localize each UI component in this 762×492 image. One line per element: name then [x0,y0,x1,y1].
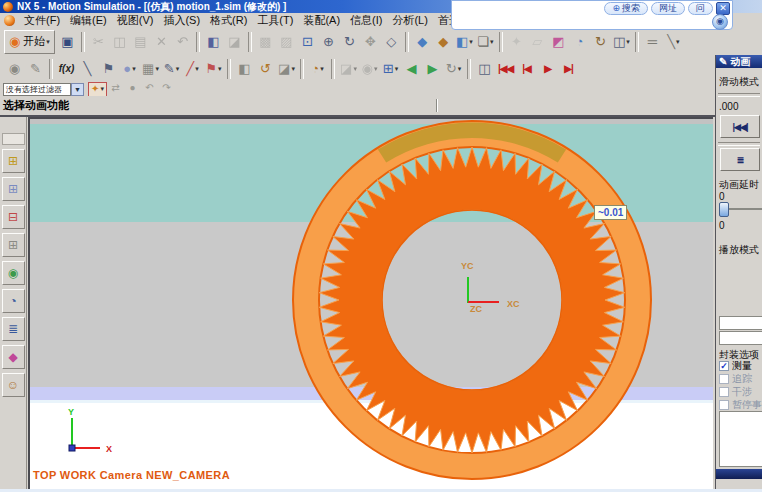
information-icon[interactable]: ≣ [2,317,25,341]
dropdown-arrow-icon[interactable]: ▾ [100,85,104,93]
web-browser-icon[interactable]: ◉ [2,261,25,285]
window-layout-icon[interactable]: ❏▾ [475,31,496,53]
select-sphere-icon[interactable]: ● [124,82,141,95]
panel-list-area[interactable] [719,411,762,467]
checkbox-pause-on-event-box[interactable]: ✓ [719,400,729,410]
search-input[interactable] [456,15,710,29]
frame-back-icon[interactable]: |◀ [516,58,537,80]
tab-address[interactable]: 网址 [651,2,685,15]
solution-icon[interactable]: ↺ [255,58,276,80]
snap-point-icon[interactable]: ✦ [506,31,527,53]
perspective-icon[interactable]: ◇ [381,31,402,53]
pan-icon[interactable]: ✥ [360,31,381,53]
menu-item-7[interactable]: 信息(I) [345,13,387,28]
animation-export-button[interactable]: ≣ [720,148,760,171]
link-icon[interactable]: ╲ [77,58,98,80]
system-menu-icon[interactable] [4,15,15,26]
dropdown-arrow-icon[interactable]: ▾ [195,65,199,73]
display-mode-icon[interactable]: ▩ [255,31,276,53]
menu-item-0[interactable]: 文件(F) [19,13,65,28]
checkbox-measure-box[interactable]: ✓ [719,361,729,371]
wireframe-view-icon[interactable]: ◆ [433,31,454,53]
checkbox-trace[interactable]: ✓追踪 [719,373,752,385]
menu-item-2[interactable]: 视图(V) [112,13,159,28]
copy-icon[interactable]: ◫ [109,31,130,53]
dropdown-arrow-icon[interactable]: ▾ [218,65,222,73]
paste-icon[interactable]: ▤ [130,31,151,53]
close-icon[interactable]: ✕ [716,2,730,15]
snapshot-icon[interactable]: ◫▾ [611,31,632,53]
part-navigator-icon[interactable]: ⊟ [2,205,25,229]
motion-navigator-icon[interactable]: ⊞ [2,177,25,201]
connector-icon[interactable]: ●▾ [119,58,140,80]
tab-search[interactable]: ⊕搜索 [604,2,648,15]
operation-navigator-icon[interactable]: ⊞ [2,233,25,257]
spring-icon[interactable]: ▦▾ [140,58,161,80]
animation-panel-header[interactable]: ✎ 动画 [716,55,762,68]
checkbox-pause-on-event[interactable]: ✓暂停事件 [719,399,762,411]
loop-animation-icon[interactable]: ↻▾ [443,58,464,80]
gear-bore-edge[interactable] [382,210,562,390]
zoom-icon[interactable]: ⊕ [318,31,339,53]
dropdown-arrow-icon[interactable]: ▾ [291,65,295,73]
delay-slider-thumb[interactable] [719,202,729,217]
menu-item-5[interactable]: 工具(T) [252,13,298,28]
start-button[interactable]: ◉开始▾ [4,30,55,54]
play-icon[interactable]: ▶ [537,58,558,80]
selection-redo-icon[interactable]: ↷ [158,82,175,95]
environment-icon[interactable]: ◉▾ [359,58,380,80]
checkbox-interference-box[interactable]: ✓ [719,387,729,397]
refresh-display-icon[interactable]: ↻ [590,31,611,53]
palette-icon[interactable]: ◩ [548,31,569,53]
mechanism-icon[interactable]: ◧ [234,58,255,80]
export-image-icon[interactable]: ✎ [25,58,46,80]
selection-filter-dropdown[interactable]: 没有选择过滤器 [3,83,71,96]
menu-item-4[interactable]: 格式(R) [205,13,252,28]
animation-rewind-button[interactable]: |◀◀| [720,115,760,138]
resource-bar-handle[interactable] [2,133,25,145]
fit-view-icon[interactable]: ⊡ [297,31,318,53]
copy-display-icon[interactable]: ◧ [203,31,224,53]
joint-icon[interactable]: ⚑ [98,58,119,80]
gear-pair-icon[interactable]: ◪▾ [276,58,297,80]
viewport-svg[interactable]: YCXCZCYX [30,119,713,492]
dropdown-arrow-icon[interactable]: ▾ [490,38,494,46]
dropdown-arrow-icon[interactable]: ▾ [155,65,159,73]
panel-field-1[interactable] [719,316,762,330]
checkbox-interference[interactable]: ✓干涉 [719,386,752,398]
dropdown-arrow-icon[interactable]: ▾ [395,65,399,73]
gear-body[interactable] [319,147,625,453]
save-icon[interactable]: ▣ [57,31,78,53]
shaded-view-icon[interactable]: ◆ [412,31,433,53]
snap-point-filter-icon[interactable]: ✦▾ [88,82,107,97]
dropdown-arrow-icon[interactable]: ▾ [320,65,324,73]
dropdown-arrow-icon[interactable]: ▾ [469,38,473,46]
reselect-icon[interactable]: ⇄ [107,82,124,95]
dropdown-arrow-icon[interactable]: ▾ [676,38,680,46]
isometric-view-icon[interactable]: ◧▾ [454,31,475,53]
dropdown-arrow-icon[interactable]: ▾ [46,38,50,46]
menu-item-6[interactable]: 装配(A) [298,13,345,28]
marker-icon[interactable]: ⚑▾ [203,58,224,80]
animation-tool-icon[interactable]: ◔▾ [307,58,328,80]
visualization-palette-icon[interactable]: ◆ [2,345,25,369]
dropdown-arrow-icon[interactable]: ▾ [132,65,136,73]
dropdown-arrow-icon[interactable]: ▾ [626,38,630,46]
datum-plane-icon[interactable]: ▱ [527,31,548,53]
panel-field-2[interactable] [719,331,762,345]
menu-item-3[interactable]: 插入(S) [158,13,205,28]
checkbox-measure[interactable]: ✓测量 [719,360,752,372]
tab-ask[interactable]: 问 [688,2,713,15]
dropdown-arrow-icon[interactable]: ▾ [176,65,180,73]
layout-grid-icon[interactable]: ⊞▾ [380,58,401,80]
roles-icon[interactable]: ☺ [2,373,25,397]
step-forward-icon[interactable]: ▶ [422,58,443,80]
to-end-icon[interactable]: ▶| [558,58,579,80]
menu-item-1[interactable]: 编辑(E) [65,13,112,28]
history-icon[interactable]: ◔ [2,289,25,313]
selection-undo-icon[interactable]: ↶ [141,82,158,95]
dropdown-arrow-icon[interactable]: ▾ [458,65,462,73]
visualization-icon[interactable]: ◔ [569,31,590,53]
step-back-icon[interactable]: ◀ [401,58,422,80]
measure-angle-icon[interactable]: ╲▾ [663,31,684,53]
